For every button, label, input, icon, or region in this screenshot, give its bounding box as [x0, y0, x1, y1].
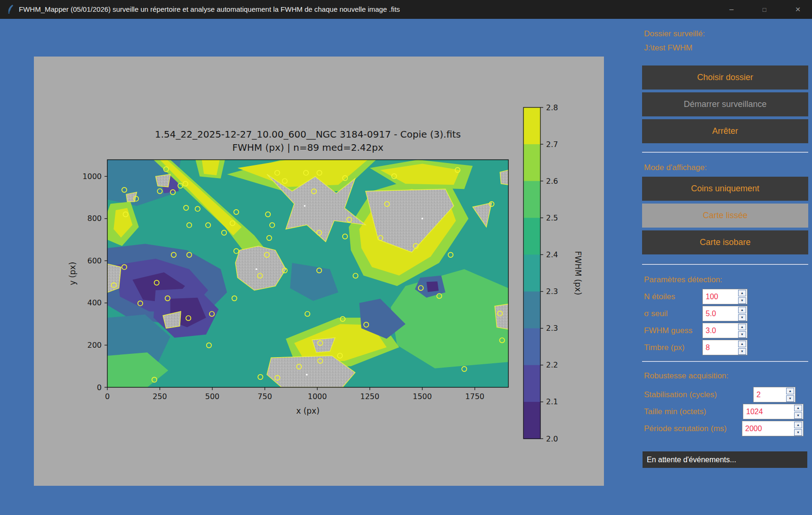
plot-title-line2: FWHM (px) | n=89 med=2.42px [232, 142, 383, 153]
sigma-value[interactable]: 5.0 [703, 306, 738, 321]
x-axis-label: x (px) [296, 406, 320, 416]
spin-down-icon[interactable]: ▼ [738, 331, 746, 338]
stop-button[interactable]: Arrêter [642, 119, 808, 143]
close-button[interactable]: × [787, 0, 809, 19]
spin-down-icon[interactable]: ▼ [738, 348, 746, 355]
minimize-button[interactable]: – [721, 0, 742, 19]
svg-text:800: 800 [87, 214, 102, 223]
svg-text:1250: 1250 [360, 392, 379, 401]
spin-up-icon[interactable]: ▲ [794, 405, 802, 411]
svg-text:750: 750 [257, 392, 272, 401]
param-row-stabilization: Stabilisation (cycles) 2 ▲▼ [642, 387, 808, 402]
n-stars-value[interactable]: 100 [703, 289, 738, 304]
svg-text:500: 500 [205, 392, 220, 401]
watched-folder-label: Dossier surveillé: [644, 29, 705, 39]
svg-text:600: 600 [87, 256, 102, 265]
param-row-n-stars: N étoiles 100 ▲▼ [642, 289, 808, 304]
svg-text:2.3: 2.3 [546, 324, 558, 333]
stabilization-label: Stabilisation (cycles) [644, 387, 717, 402]
param-row-fwhm-guess: FWHM guess 3.0 ▲▼ [642, 323, 808, 338]
spin-up-icon[interactable]: ▲ [786, 388, 794, 394]
svg-text:200: 200 [87, 341, 102, 350]
svg-text:2.4: 2.4 [546, 250, 558, 259]
robustness-label: Robustesse acquisition: [644, 371, 729, 381]
spin-down-icon[interactable]: ▼ [738, 297, 746, 304]
contour-map [107, 160, 508, 387]
choose-folder-button[interactable]: Choisir dossier [642, 65, 808, 90]
spin-down-icon[interactable]: ▼ [786, 395, 794, 402]
param-row-stamp: Timbre (px) 8 ▲▼ [642, 340, 808, 355]
close-icon: × [795, 4, 800, 15]
stamp-value[interactable]: 8 [703, 340, 738, 355]
colorbar: 2.82.72.62.52.42.32.32.22.12.0FWHM (px) [523, 103, 583, 443]
fwhm-map-canvas: 0250500750100012501500175002004006008001… [34, 57, 604, 486]
svg-text:2.8: 2.8 [546, 103, 558, 112]
poll-period-value[interactable]: 2000 [742, 421, 794, 436]
param-row-sigma: σ seuil 5.0 ▲▼ [642, 306, 808, 321]
colorbar-label: FWHM (px) [573, 251, 583, 295]
svg-text:2.0: 2.0 [546, 434, 558, 443]
svg-text:1000: 1000 [82, 172, 102, 181]
y-axis-label: y (px) [68, 262, 77, 286]
mode-isobar-map-button[interactable]: Carte isobare [642, 230, 808, 254]
separator [642, 151, 808, 153]
spin-down-icon[interactable]: ▼ [738, 314, 746, 321]
svg-text:2.5: 2.5 [546, 213, 558, 222]
param-row-min-size: Taille min (octets) 1024 ▲▼ [642, 404, 808, 419]
svg-text:1000: 1000 [308, 392, 327, 401]
display-mode-label: Mode d'affichage: [644, 163, 707, 172]
maximize-icon: □ [763, 6, 766, 13]
spin-up-icon[interactable]: ▲ [738, 307, 746, 313]
poll-period-label: Période scrutation (ms) [644, 421, 727, 436]
svg-text:0: 0 [105, 392, 110, 401]
watched-folder-path: J:\test FWHM [644, 43, 692, 53]
titlebar: FWHM_Mapper (05/01/2026) surveille un ré… [0, 0, 812, 19]
window-title: FWHM_Mapper (05/01/2026) surveille un ré… [19, 0, 400, 19]
figure-panel: 0250500750100012501500175002004006008001… [34, 57, 604, 486]
svg-text:400: 400 [87, 298, 102, 307]
stabilization-spinbox[interactable]: 2 ▲▼ [753, 387, 796, 402]
svg-text:2.7: 2.7 [546, 140, 558, 149]
svg-text:2.1: 2.1 [546, 397, 558, 406]
sigma-label: σ seuil [644, 306, 667, 321]
spin-up-icon[interactable]: ▲ [738, 290, 746, 296]
sigma-spinbox[interactable]: 5.0 ▲▼ [702, 306, 748, 321]
minimize-icon: – [730, 5, 734, 14]
maximize-button[interactable]: □ [754, 0, 775, 19]
svg-text:250: 250 [153, 392, 167, 401]
svg-text:2.2: 2.2 [546, 360, 558, 369]
fwhm-guess-spinbox[interactable]: 3.0 ▲▼ [702, 323, 748, 338]
svg-text:0: 0 [97, 383, 102, 392]
stabilization-value[interactable]: 2 [754, 387, 786, 402]
spin-up-icon[interactable]: ▲ [738, 324, 746, 330]
application-window: FWHM_Mapper (05/01/2026) surveille un ré… [0, 0, 812, 515]
mode-corners-button[interactable]: Coins uniquement [642, 177, 808, 201]
spin-up-icon[interactable]: ▲ [794, 422, 802, 428]
stamp-label: Timbre (px) [644, 340, 684, 355]
spin-up-icon[interactable]: ▲ [738, 341, 746, 347]
detection-params-label: Paramètres détection: [644, 275, 722, 285]
svg-text:1500: 1500 [413, 392, 432, 401]
stamp-spinbox[interactable]: 8 ▲▼ [702, 340, 748, 355]
min-size-spinbox[interactable]: 1024 ▲▼ [743, 404, 804, 419]
min-size-label: Taille min (octets) [644, 404, 706, 419]
separator [642, 360, 808, 362]
spin-down-icon[interactable]: ▼ [794, 412, 802, 419]
n-stars-spinbox[interactable]: 100 ▲▼ [702, 289, 748, 304]
spin-down-icon[interactable]: ▼ [794, 429, 802, 436]
start-watch-button[interactable]: Démarrer surveillance [642, 92, 808, 116]
mode-smooth-map-button[interactable]: Carte lissée [642, 204, 808, 228]
svg-text:2.6: 2.6 [546, 177, 558, 186]
svg-text:1750: 1750 [465, 392, 484, 401]
svg-text:2.3: 2.3 [546, 287, 558, 296]
fwhm-guess-label: FWHM guess [644, 323, 692, 338]
min-size-value[interactable]: 1024 [743, 404, 794, 419]
plot-title-line1: 1.54_22_2025-12-27_10.00_600__NGC 3184-0… [155, 129, 461, 140]
fwhm-guess-value[interactable]: 3.0 [703, 323, 738, 338]
n-stars-label: N étoiles [644, 289, 675, 304]
python-feather-icon [6, 4, 16, 16]
separator [642, 263, 808, 265]
poll-period-spinbox[interactable]: 2000 ▲▼ [742, 421, 804, 436]
param-row-poll-period: Période scrutation (ms) 2000 ▲▼ [642, 421, 808, 436]
status-bar: En attente d'événements... [643, 451, 807, 468]
